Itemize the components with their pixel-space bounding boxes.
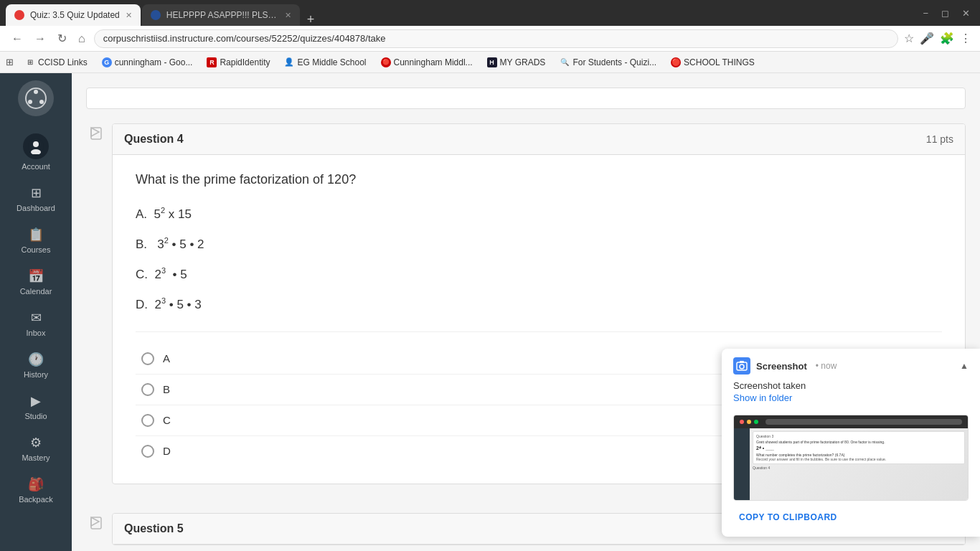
sidebar-label-calendar: Calendar <box>20 287 52 296</box>
close-button[interactable]: ✕ <box>958 6 974 20</box>
choice-c-display: C. 23 • 5 <box>136 265 942 283</box>
bookmark-icon-students: 🔍 <box>560 57 570 67</box>
svg-point-5 <box>33 141 39 147</box>
bookmark-label-rapididentity: RapidIdentity <box>220 57 270 67</box>
previous-question-remnant <box>86 88 966 109</box>
radio-a[interactable] <box>141 352 154 365</box>
copy-to-clipboard-button[interactable]: COPY TO CLIPBOARD <box>733 507 969 528</box>
sidebar-item-inbox[interactable]: ✉ Inbox <box>0 303 72 344</box>
thumb-dot-close <box>740 420 744 424</box>
account-avatar <box>23 133 49 159</box>
screenshot-popup-header: Screenshot • now ▲ <box>722 349 980 380</box>
screenshot-title-text: Screenshot <box>756 361 807 372</box>
screenshot-icon <box>733 357 750 375</box>
sidebar-label-account: Account <box>22 162 50 171</box>
svg-marker-10 <box>91 517 99 526</box>
question5-title: Question 5 <box>124 522 184 535</box>
back-button[interactable]: ← <box>9 31 26 47</box>
star-bookmark-button[interactable]: ☆ <box>904 32 914 45</box>
sidebar-item-mastery[interactable]: ⚙ Mastery <box>0 428 72 469</box>
radio-d[interactable] <box>141 445 154 458</box>
thumb-q4-label: Question 4 <box>753 466 965 470</box>
tab-inactive[interactable]: HELPPPP ASAPPP!!! PLSSSSS ✕ <box>142 4 300 26</box>
thumb-url-bar <box>765 419 962 425</box>
thumb-main: Question 3 Grett showed students part of… <box>750 428 968 500</box>
sidebar-item-backpack[interactable]: 🎒 Backpack <box>0 469 72 511</box>
radio-b[interactable] <box>141 383 154 396</box>
chevron-up-icon[interactable]: ▲ <box>960 361 969 371</box>
sidebar-item-courses[interactable]: 📋 Courses <box>0 220 72 261</box>
courses-icon: 📋 <box>28 227 44 242</box>
tab-strip: Quiz: 3.5 Quiz Updated ✕ HELPPPP ASAPPP!… <box>6 0 320 26</box>
tab-close-active[interactable]: ✕ <box>126 11 132 20</box>
canvas-logo[interactable] <box>18 80 54 122</box>
bookmark-eg-middle-school[interactable]: 👤 EG Middle School <box>278 55 372 70</box>
screenshot-time: • now <box>816 361 837 371</box>
menu-button[interactable]: ⋮ <box>960 32 971 45</box>
tab-close-inactive[interactable]: ✕ <box>285 11 291 20</box>
bookmark-icon-cm: 🔴 <box>381 57 391 67</box>
thumb-dot-min <box>747 420 751 424</box>
svg-point-1 <box>34 90 38 94</box>
account-avatar-svg <box>28 138 44 154</box>
restore-button[interactable]: ◻ <box>937 6 953 20</box>
bookmark-cunningham-goo[interactable]: G cunningham - Goo... <box>96 55 199 70</box>
svg-point-12 <box>740 364 744 369</box>
bookmark-rapididentity[interactable]: R RapidIdentity <box>201 55 275 70</box>
choice-a-display: A. 52 x 15 <box>136 204 942 223</box>
sidebar-label-studio: Studio <box>24 412 47 420</box>
bookmark-label-students: For Students - Quizi... <box>573 57 656 67</box>
inbox-icon: ✉ <box>31 310 42 326</box>
new-tab-button[interactable]: + <box>301 13 321 26</box>
bookmark-school-things[interactable]: 🔴 SCHOOL THINGS <box>665 55 760 70</box>
address-bar-icons: ☆ 🎤 🧩 ⋮ <box>904 32 971 45</box>
bookmark-icon-rapididentity: R <box>207 57 217 67</box>
extensions-button[interactable]: 🧩 <box>940 32 954 45</box>
choice-d-display: D. 23 • 5 • 3 <box>136 295 942 314</box>
home-button[interactable]: ⌂ <box>75 31 88 47</box>
bookmark-label-grads: MY GRADS <box>500 57 546 67</box>
radio-c[interactable] <box>141 414 154 427</box>
url-bar[interactable]: corpuschristiisd.instructure.com/courses… <box>94 29 898 48</box>
thumb-dot-max <box>754 420 758 424</box>
sidebar-item-history[interactable]: 🕐 History <box>0 344 72 386</box>
question4-flag[interactable] <box>86 123 106 143</box>
question5-flag[interactable] <box>86 513 106 533</box>
bookmark-icon-school: 🔴 <box>671 57 681 67</box>
dashboard-icon: ⊞ <box>31 185 42 201</box>
sidebar-label-backpack: Backpack <box>19 495 53 504</box>
minimize-button[interactable]: − <box>918 6 933 20</box>
sidebar-item-studio[interactable]: ▶ Studio <box>0 386 72 428</box>
sidebar-label-mastery: Mastery <box>22 453 50 462</box>
bookmark-label-school: SCHOOL THINGS <box>684 57 755 67</box>
tab-active[interactable]: Quiz: 3.5 Quiz Updated ✕ <box>6 4 141 26</box>
forward-button[interactable]: → <box>32 31 49 47</box>
window-controls: − ◻ ✕ <box>918 6 974 20</box>
sidebar-label-courses: Courses <box>22 245 51 254</box>
url-text: corpuschristiisd.instructure.com/courses… <box>103 33 386 44</box>
bookmark-icon-cunningham: G <box>102 57 112 67</box>
tab-inactive-label: HELPPPP ASAPPP!!! PLSSSSS <box>166 10 279 20</box>
bookmark-ccisd-links[interactable]: ⊞ CCISD Links <box>19 55 93 70</box>
bookmark-label-cunningham: cunningham - Goo... <box>115 57 193 67</box>
backpack-icon: 🎒 <box>28 476 44 492</box>
mastery-icon: ⚙ <box>30 435 42 451</box>
microphone-button[interactable]: 🎤 <box>920 32 934 45</box>
sidebar-item-account[interactable]: Account <box>0 126 72 178</box>
sidebar-item-dashboard[interactable]: ⊞ Dashboard <box>0 178 72 220</box>
thumb-inner: Question 3 Grett showed students part of… <box>734 415 968 500</box>
option-d-label: D <box>163 445 171 457</box>
bookmark-cunningham-middl[interactable]: 🔴 Cunningham Middl... <box>375 55 479 70</box>
sidebar-item-calendar[interactable]: 📅 Calendar <box>0 261 72 303</box>
reload-button[interactable]: ↻ <box>55 30 70 47</box>
screenshot-show-link[interactable]: Show in folder <box>733 392 969 403</box>
svg-point-3 <box>28 100 32 104</box>
thumb-content: Question 3 Grett showed students part of… <box>734 428 968 500</box>
bookmark-my-grads[interactable]: H MY GRADS <box>481 55 552 70</box>
calendar-icon: 📅 <box>28 268 44 284</box>
bookmark-for-students[interactable]: 🔍 For Students - Quizi... <box>554 55 662 70</box>
thumb-q3: Question 3 Grett showed students part of… <box>753 431 965 464</box>
bookmark-label-cm: Cunningham Middl... <box>394 57 473 67</box>
bookmark-icon-eg: 👤 <box>284 57 294 67</box>
screenshot-popup-body: Screenshot taken Show in folder <box>722 380 980 409</box>
